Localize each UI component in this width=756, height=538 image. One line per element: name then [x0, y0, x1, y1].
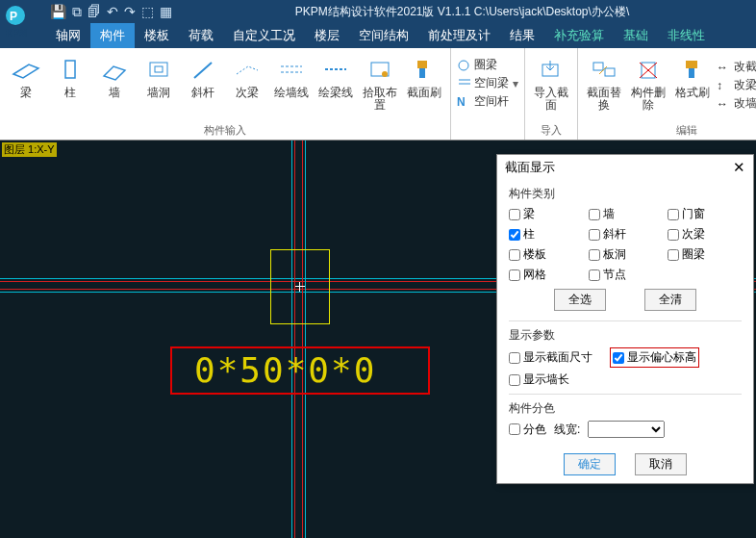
- quick-access-toolbar: 💾 ⧉ 🗐 ↶ ↷ ⬚ ▦: [50, 4, 172, 20]
- svg-rect-13: [419, 68, 425, 78]
- svg-rect-24: [689, 68, 694, 78]
- rbtn-replace[interactable]: 截面替换: [584, 52, 624, 114]
- qat-save-icon[interactable]: 💾: [50, 4, 66, 20]
- side-spacebeam[interactable]: 空间梁▾: [457, 74, 518, 92]
- svg-point-11: [382, 71, 388, 77]
- svg-text:P: P: [10, 10, 17, 23]
- svg-rect-5: [155, 66, 163, 72]
- tab-slab[interactable]: 楼板: [135, 23, 179, 48]
- side-spacebar[interactable]: N空间杆: [457, 92, 518, 111]
- rbtn-drawwall[interactable]: 绘墙线: [271, 52, 312, 114]
- rbtn-brace[interactable]: 斜杆: [183, 52, 223, 114]
- tab-custom[interactable]: 自定义工况: [223, 23, 305, 48]
- rbtn-drawbeam[interactable]: 绘梁线: [315, 52, 356, 114]
- rbtn-column[interactable]: 柱: [50, 52, 90, 114]
- svg-text:KPM: KPM: [6, 28, 27, 38]
- close-icon[interactable]: ✕: [733, 159, 745, 176]
- tab-pre[interactable]: 前处理及计: [418, 23, 500, 48]
- svg-rect-12: [417, 61, 427, 68]
- app-logo: PKPM: [2, 4, 40, 42]
- qat-icon[interactable]: ⧉: [72, 4, 82, 20]
- tab-space[interactable]: 空间结构: [349, 23, 418, 48]
- select-all-button[interactable]: 全选: [554, 289, 606, 311]
- chk-slab[interactable]: 楼板: [509, 246, 583, 263]
- chk-secbeam[interactable]: 次梁: [668, 226, 742, 243]
- chk-grid[interactable]: 网格: [509, 267, 583, 283]
- rbtn-wallhole[interactable]: 墙洞: [139, 52, 179, 114]
- qat-icon[interactable]: ▦: [160, 4, 172, 20]
- rbtn-import[interactable]: 导入截面: [531, 52, 571, 114]
- tab-axis[interactable]: 轴网: [46, 23, 90, 48]
- menu-bar: 轴网 构件 楼板 荷载 自定义工况 楼层 空间结构 前处理及计 结果 补充验算 …: [0, 23, 756, 48]
- dimension-text: 0*50*0*0: [194, 350, 376, 390]
- chk-show-offset[interactable]: 显示偏心标高: [610, 347, 699, 368]
- rbtn-pick[interactable]: 拾取布置: [360, 52, 400, 114]
- tab-component[interactable]: 构件: [90, 23, 135, 48]
- linewidth-label: 线宽:: [554, 422, 580, 438]
- tab-nonlinear[interactable]: 非线性: [658, 23, 715, 48]
- tab-extra-check[interactable]: 补充验算: [544, 23, 614, 48]
- ribbon-group-label: 导入: [531, 121, 571, 140]
- tab-load[interactable]: 荷载: [179, 23, 223, 48]
- edit-width[interactable]: ↔改截宽: [717, 58, 756, 76]
- qat-icon[interactable]: ⬚: [141, 4, 154, 20]
- section-label: 构件分色: [509, 400, 742, 417]
- edit-wallw[interactable]: ↔改墙宽: [717, 94, 756, 113]
- layer-label: 图层 1:X-Y: [2, 142, 57, 157]
- chk-show-walllen[interactable]: 显示墙长: [509, 371, 742, 388]
- svg-point-14: [459, 61, 468, 70]
- svg-rect-23: [686, 61, 697, 68]
- rbtn-secbeam[interactable]: 次梁: [227, 52, 267, 114]
- chk-wall[interactable]: 墙: [589, 206, 663, 222]
- chk-node[interactable]: 节点: [589, 267, 663, 283]
- section-display-dialog: 截面显示 ✕ 构件类别 梁 墙 门窗 柱 斜杆 次梁 楼板 板洞 圈梁 网格 节…: [496, 154, 754, 484]
- svg-rect-18: [593, 63, 603, 70]
- svg-rect-19: [605, 68, 615, 76]
- ok-button[interactable]: 确定: [564, 453, 616, 475]
- ribbon-toolbar: 梁 柱 墙 墙洞 斜杆 次梁 绘墙线 绘梁线 拾取布置 截面刷 构件输入 圈梁 …: [0, 48, 756, 141]
- chk-color[interactable]: 分色: [509, 422, 546, 438]
- tab-extra-found[interactable]: 基础: [614, 23, 658, 48]
- section-label: 构件类别: [509, 186, 742, 202]
- ribbon-group-label: 编辑: [584, 121, 756, 140]
- title-bar: PKPM 💾 ⧉ 🗐 ↶ ↷ ⬚ ▦ PKPM结构设计软件2021版 V1.1.…: [0, 0, 756, 23]
- chk-beam[interactable]: 梁: [509, 206, 583, 222]
- chk-ring[interactable]: 圈梁: [668, 246, 742, 263]
- chk-show-size[interactable]: 显示截面尺寸: [509, 347, 592, 368]
- section-label: 显示参数: [509, 327, 742, 344]
- svg-rect-3: [65, 61, 75, 78]
- edit-height[interactable]: ↕改梁高: [717, 76, 756, 94]
- rbtn-beam[interactable]: 梁: [6, 52, 46, 114]
- tab-result[interactable]: 结果: [500, 23, 544, 48]
- chk-column[interactable]: 柱: [509, 226, 583, 243]
- rbtn-delete[interactable]: 构件删除: [628, 52, 668, 114]
- svg-line-6: [194, 63, 212, 78]
- window-title: PKPM结构设计软件2021版 V1.1.1 C:\Users\jack\Des…: [172, 4, 752, 20]
- chk-brace[interactable]: 斜杆: [589, 226, 663, 243]
- tab-floor[interactable]: 楼层: [305, 23, 349, 48]
- dialog-title: 截面显示: [505, 159, 555, 176]
- rbtn-format[interactable]: 格式刷: [672, 52, 713, 114]
- qat-icon[interactable]: 🗐: [88, 4, 101, 20]
- side-ringbeam[interactable]: 圈梁: [457, 56, 518, 74]
- chk-slabhole[interactable]: 板洞: [589, 246, 663, 263]
- cancel-button[interactable]: 取消: [635, 453, 687, 475]
- linewidth-select[interactable]: [588, 421, 665, 438]
- ribbon-group-label: 构件输入: [6, 121, 444, 140]
- qat-redo-icon[interactable]: ↷: [124, 4, 136, 20]
- clear-all-button[interactable]: 全清: [644, 289, 696, 311]
- rbtn-wall[interactable]: 墙: [94, 52, 135, 114]
- qat-undo-icon[interactable]: ↶: [107, 4, 118, 20]
- center-cross-icon: [295, 282, 305, 292]
- rbtn-secbrush[interactable]: 截面刷: [404, 52, 444, 114]
- chk-door[interactable]: 门窗: [668, 206, 742, 222]
- svg-rect-4: [150, 63, 167, 76]
